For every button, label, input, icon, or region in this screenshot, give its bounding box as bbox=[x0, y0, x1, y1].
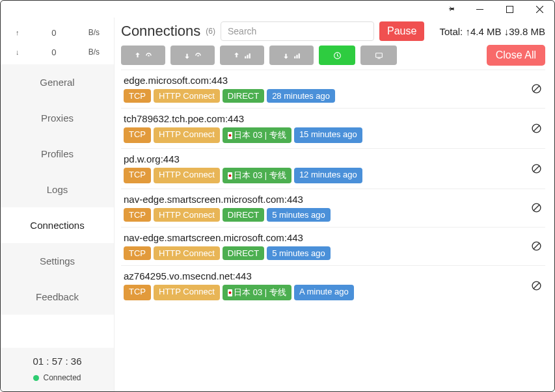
protocol-tag: TCP bbox=[124, 285, 151, 300]
connection-tags: TCPHTTP ConnectDIRECT5 minutes ago bbox=[124, 208, 530, 222]
sidebar: ↑ 0 B/s ↓ 0 B/s General Proxies Profiles… bbox=[1, 18, 115, 391]
route-tag: ●日本 03 | 专线 bbox=[223, 168, 291, 183]
upload-speed: ↑ 0 B/s bbox=[1, 23, 114, 42]
close-all-button[interactable]: Close All bbox=[487, 45, 545, 66]
connection-address: pd.w.org:443 bbox=[124, 153, 530, 164]
upload-value: 0 bbox=[41, 28, 67, 38]
method-tag: HTTP Connect bbox=[154, 89, 220, 103]
block-icon bbox=[531, 241, 542, 252]
bars-icon bbox=[293, 51, 301, 60]
download-unit: B/s bbox=[81, 47, 107, 57]
svg-rect-3 bbox=[247, 55, 248, 58]
jp-flag-icon: ● bbox=[228, 289, 232, 296]
upload-unit: B/s bbox=[81, 28, 107, 37]
sort-upload-total-button[interactable] bbox=[220, 46, 264, 65]
svg-rect-10 bbox=[377, 58, 380, 59]
sort-upload-speed-button[interactable] bbox=[121, 46, 165, 65]
protocol-tag: TCP bbox=[124, 168, 151, 183]
block-icon bbox=[531, 123, 542, 134]
download-icon bbox=[183, 51, 191, 60]
time-tag: 15 minutes ago bbox=[294, 127, 362, 143]
connection-address: nav-edge.smartscreen.microsoft.com:443 bbox=[124, 194, 530, 205]
connection-row: pd.w.org:443TCPHTTP Connect●日本 03 | 专线12… bbox=[121, 148, 545, 189]
sort-download-total-button[interactable] bbox=[269, 46, 314, 65]
protocol-tag: TCP bbox=[124, 208, 151, 222]
connection-address: az764295.vo.msecnd.net:443 bbox=[124, 270, 530, 281]
gauge-icon bbox=[194, 51, 202, 60]
monitor-icon bbox=[375, 51, 383, 60]
connection-tags: TCPHTTP Connect●日本 03 | 专线A minute ago bbox=[124, 285, 530, 300]
block-icon bbox=[531, 202, 542, 213]
sidebar-item-connections[interactable]: Connections bbox=[1, 207, 114, 243]
sidebar-footer: 01 : 57 : 36 Connected bbox=[1, 348, 114, 391]
sidebar-item-proxies[interactable]: Proxies bbox=[1, 100, 114, 136]
block-connection-button[interactable] bbox=[530, 279, 543, 292]
total-traffic: Total: ↑4.4 MB ↓39.8 MB bbox=[439, 26, 545, 37]
jp-flag-icon: ● bbox=[228, 172, 232, 179]
jp-flag-icon: ● bbox=[228, 132, 232, 139]
svg-line-14 bbox=[534, 125, 539, 131]
page-title: Connections bbox=[121, 23, 200, 40]
download-value: 0 bbox=[41, 47, 67, 57]
sidebar-item-general[interactable]: General bbox=[1, 64, 114, 100]
gauge-icon bbox=[144, 51, 153, 60]
method-tag: HTTP Connect bbox=[154, 285, 220, 300]
clock-icon bbox=[333, 51, 342, 60]
route-tag: DIRECT bbox=[223, 246, 264, 260]
connection-address: nav-edge.smartscreen.microsoft.com:443 bbox=[124, 232, 530, 243]
block-connection-button[interactable] bbox=[530, 83, 543, 96]
block-connection-button[interactable] bbox=[530, 240, 543, 253]
header: Connections (6) Pause Total: ↑4.4 MB ↓39… bbox=[121, 21, 545, 41]
method-tag: HTTP Connect bbox=[154, 168, 220, 183]
protocol-tag: TCP bbox=[124, 246, 151, 260]
search-input[interactable] bbox=[221, 21, 374, 41]
connection-row: tch789632.tch.poe.com:443TCPHTTP Connect… bbox=[121, 108, 545, 148]
svg-line-12 bbox=[534, 86, 539, 92]
sidebar-item-profiles[interactable]: Profiles bbox=[1, 136, 114, 172]
route-tag: DIRECT bbox=[223, 89, 264, 103]
svg-line-22 bbox=[534, 283, 539, 289]
sidebar-item-settings[interactable]: Settings bbox=[1, 243, 114, 279]
protocol-tag: TCP bbox=[124, 89, 151, 103]
main-panel: Connections (6) Pause Total: ↑4.4 MB ↓39… bbox=[115, 18, 554, 391]
sort-time-button[interactable] bbox=[319, 46, 355, 65]
svg-rect-0 bbox=[476, 9, 483, 10]
svg-rect-6 bbox=[296, 55, 297, 58]
block-icon bbox=[531, 83, 542, 94]
close-button[interactable] bbox=[524, 1, 554, 18]
pin-button[interactable] bbox=[439, 1, 465, 18]
block-connection-button[interactable] bbox=[530, 202, 543, 215]
minimize-icon bbox=[476, 6, 483, 13]
block-icon bbox=[531, 163, 542, 174]
status-dot-icon bbox=[33, 375, 39, 381]
route-tag: DIRECT bbox=[223, 208, 264, 222]
connection-address: tch789632.tch.poe.com:443 bbox=[124, 113, 530, 124]
pause-button[interactable]: Pause bbox=[379, 21, 424, 41]
svg-rect-9 bbox=[375, 53, 382, 57]
sort-download-speed-button[interactable] bbox=[170, 46, 215, 65]
connection-row: edge.microsoft.com:443TCPHTTP ConnectDIR… bbox=[121, 70, 545, 108]
connection-tags: TCPHTTP Connect●日本 03 | 专线15 minutes ago bbox=[124, 127, 530, 143]
method-tag: HTTP Connect bbox=[154, 246, 220, 260]
connection-tags: TCPHTTP Connect●日本 03 | 专线12 minutes ago bbox=[124, 168, 530, 183]
time-tag: 5 minutes ago bbox=[267, 246, 331, 260]
download-speed: ↓ 0 B/s bbox=[1, 42, 114, 62]
minimize-button[interactable] bbox=[465, 1, 494, 18]
connection-status: Connected bbox=[1, 373, 114, 382]
route-tag: ●日本 03 | 专线 bbox=[223, 127, 291, 143]
download-icon bbox=[282, 51, 290, 60]
connection-list: edge.microsoft.com:443TCPHTTP ConnectDIR… bbox=[121, 70, 545, 306]
sidebar-item-feedback[interactable]: Feedback bbox=[1, 279, 114, 315]
time-tag: 28 minutes ago bbox=[267, 89, 335, 103]
maximize-button[interactable] bbox=[494, 1, 524, 18]
close-icon bbox=[536, 6, 543, 13]
block-connection-button[interactable] bbox=[530, 122, 543, 135]
method-tag: HTTP Connect bbox=[154, 127, 220, 143]
sidebar-item-logs[interactable]: Logs bbox=[1, 172, 114, 207]
sort-host-button[interactable] bbox=[360, 46, 397, 65]
connection-row: az764295.vo.msecnd.net:443TCPHTTP Connec… bbox=[121, 265, 545, 306]
connection-row: nav-edge.smartscreen.microsoft.com:443TC… bbox=[121, 227, 545, 265]
block-icon bbox=[531, 280, 542, 291]
block-connection-button[interactable] bbox=[530, 162, 543, 175]
connection-row: nav-edge.smartscreen.microsoft.com:443TC… bbox=[121, 189, 545, 227]
